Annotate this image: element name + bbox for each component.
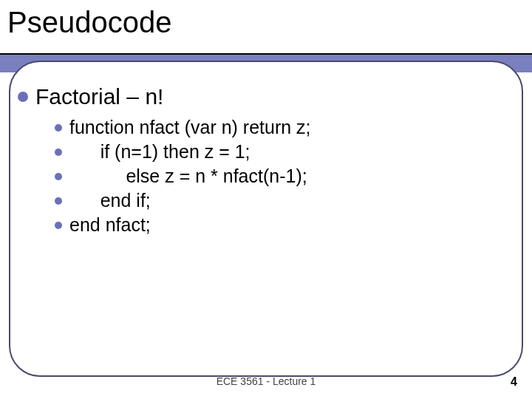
list-item: end nfact;	[55, 214, 520, 236]
code-line: if (n=1) then z = 1;	[69, 141, 250, 163]
list-item: function nfact (var n) return z;	[55, 117, 520, 138]
list-item: if (n=1) then z = 1;	[55, 141, 520, 163]
title-bar: Pseudocode	[0, 0, 532, 55]
heading-row: Factorial – n!	[18, 84, 520, 109]
bullet-icon	[55, 222, 62, 229]
bullet-icon	[55, 124, 62, 132]
code-line: function nfact (var n) return z;	[69, 117, 311, 138]
heading-text: Factorial – n!	[35, 84, 163, 109]
bullet-icon	[18, 92, 28, 102]
list-item: end if;	[55, 190, 520, 211]
code-line: end if;	[69, 190, 151, 211]
code-list: function nfact (var n) return z; if (n=1…	[55, 117, 520, 236]
bullet-icon	[55, 149, 62, 156]
bullet-icon	[55, 173, 62, 180]
page-number: 4	[511, 375, 517, 389]
code-line: else z = n * nfact(n-1);	[69, 166, 307, 187]
code-line: end nfact;	[69, 214, 151, 236]
footer-text: ECE 3561 - Lecture 1	[0, 375, 532, 387]
content-area: Factorial – n! function nfact (var n) re…	[18, 84, 520, 239]
bullet-icon	[55, 197, 62, 205]
slide-title: Pseudocode	[7, 6, 532, 39]
list-item: else z = n * nfact(n-1);	[55, 166, 520, 187]
